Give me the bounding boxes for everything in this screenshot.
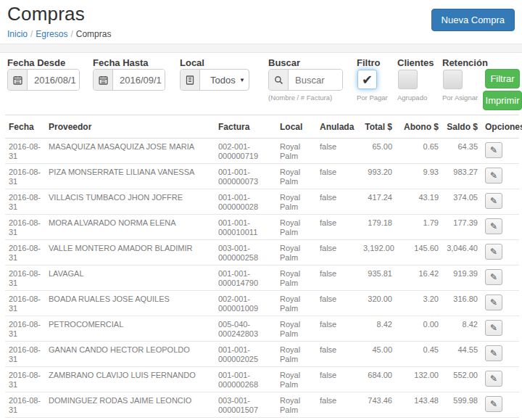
edit-button[interactable]: ✎ bbox=[485, 218, 502, 234]
cell-opciones: ✎ bbox=[481, 291, 519, 316]
cell-anulada: false bbox=[316, 316, 360, 342]
cell-anulada: false bbox=[316, 265, 360, 291]
filtrar-button[interactable]: Filtrar bbox=[485, 69, 520, 88]
cell-proveedor: VALLE MONTERO AMADOR BLADIMIR bbox=[45, 240, 215, 265]
pencil-icon: ✎ bbox=[490, 221, 497, 231]
cell-fecha: 2016-08-31 bbox=[5, 215, 45, 240]
cell-total: 45.00 bbox=[360, 342, 396, 367]
table-row: 2016-08-31 VALLE MONTERO AMADOR BLADIMIR… bbox=[5, 240, 519, 265]
cell-total: 8.42 bbox=[360, 316, 396, 342]
cell-local: Royal Palm bbox=[276, 265, 316, 291]
cell-saldo: 599.98 bbox=[442, 392, 481, 418]
edit-button[interactable]: ✎ bbox=[485, 193, 502, 209]
cell-abono: 0.45 bbox=[396, 342, 442, 367]
col-proveedor: Proveedor bbox=[45, 115, 215, 139]
cell-proveedor: MORA ALVARADO NORMA ELENA bbox=[45, 215, 215, 240]
cell-fecha: 2016-08-31 bbox=[5, 240, 45, 265]
cell-total: 935.81 bbox=[360, 265, 396, 291]
col-local: Local bbox=[276, 115, 316, 139]
col-anulada: Anulada bbox=[316, 115, 360, 139]
col-total: Total $ bbox=[360, 115, 396, 139]
cell-fecha: 2016-08-31 bbox=[5, 265, 45, 291]
agrupado-label: Agrupado bbox=[397, 94, 427, 102]
pencil-icon: ✎ bbox=[490, 272, 497, 282]
cell-total: 320.00 bbox=[360, 291, 396, 316]
pencil-icon: ✎ bbox=[490, 323, 497, 333]
cell-total: 179.18 bbox=[360, 215, 396, 240]
cell-total: 3,192.00 bbox=[360, 240, 396, 265]
cell-abono: 9.93 bbox=[396, 164, 442, 189]
edit-button[interactable]: ✎ bbox=[485, 269, 502, 285]
cell-total: 993.20 bbox=[360, 164, 396, 189]
cell-opciones: ✎ bbox=[481, 265, 519, 291]
cell-abono: 132.00 bbox=[396, 367, 442, 392]
imprimir-button[interactable]: Imprimir bbox=[483, 91, 522, 110]
cell-total: 417.24 bbox=[360, 189, 396, 215]
cell-local: Royal Palm bbox=[276, 164, 316, 189]
cell-anulada: false bbox=[316, 392, 360, 418]
edit-button[interactable]: ✎ bbox=[485, 244, 502, 260]
calendar-icon bbox=[94, 70, 113, 90]
cell-fecha: 2016-08-31 bbox=[5, 367, 45, 392]
pencil-icon: ✎ bbox=[490, 247, 497, 257]
local-label: Local bbox=[180, 57, 204, 68]
cell-local: Royal Palm bbox=[276, 342, 316, 367]
cell-fecha: 2016-08-31 bbox=[5, 291, 45, 316]
table-row: 2016-08-31 PIZA MONSERRATE LILIANA VANES… bbox=[5, 164, 519, 189]
table-row: 2016-08-31 ZAMBRANO CLAVIJO LUIS FERNAND… bbox=[5, 367, 519, 392]
cell-proveedor: MASAQUIZA MASAQUIZA JOSE MARIA bbox=[45, 139, 215, 164]
retencion-label: Retención bbox=[442, 57, 488, 68]
nueva-compra-button[interactable]: Nueva Compra bbox=[431, 9, 515, 31]
pencil-icon: ✎ bbox=[490, 399, 497, 409]
check-icon: ✔ bbox=[362, 72, 373, 88]
edit-button[interactable]: ✎ bbox=[485, 142, 502, 158]
cell-saldo: 177.39 bbox=[442, 215, 481, 240]
fecha-hasta-input[interactable] bbox=[113, 70, 165, 90]
cell-local: Royal Palm bbox=[276, 240, 316, 265]
cell-anulada: false bbox=[316, 240, 360, 265]
pencil-icon: ✎ bbox=[490, 297, 497, 308]
cell-anulada: false bbox=[316, 164, 360, 189]
cell-factura: 002-001-000001009 bbox=[215, 291, 276, 316]
local-input-group: Todos ▼ bbox=[180, 69, 249, 91]
filter-bar: Fecha Desde Fecha Hasta Local bbox=[0, 53, 522, 112]
cell-proveedor: PETROCOMERCIAL bbox=[45, 316, 215, 342]
agrupado-checkbox[interactable]: ✔ bbox=[398, 70, 418, 89]
por-asignar-checkbox[interactable]: ✔ bbox=[443, 70, 463, 89]
edit-button[interactable]: ✎ bbox=[485, 371, 502, 387]
cell-abono: 145.60 bbox=[396, 240, 442, 265]
search-input[interactable] bbox=[289, 70, 342, 90]
pencil-icon: ✎ bbox=[490, 196, 497, 206]
search-hint: (Nombre / # Factura) bbox=[268, 94, 332, 102]
fecha-desde-input[interactable] bbox=[28, 70, 79, 90]
por-asignar-label: Por Asignar bbox=[442, 94, 478, 102]
local-selected-value: Todos bbox=[200, 75, 236, 86]
breadcrumb-inicio[interactable]: Inicio bbox=[7, 29, 28, 39]
cell-saldo: 919.39 bbox=[442, 265, 481, 291]
local-select[interactable]: Todos ▼ bbox=[200, 70, 249, 90]
edit-button[interactable]: ✎ bbox=[485, 295, 502, 310]
cell-saldo: 64.35 bbox=[442, 139, 481, 164]
building-icon bbox=[181, 70, 200, 90]
cell-anulada: false bbox=[316, 139, 360, 164]
cell-abono: 16.42 bbox=[396, 265, 442, 291]
chevron-down-icon: ▼ bbox=[239, 77, 245, 83]
edit-button[interactable]: ✎ bbox=[485, 396, 502, 412]
search-icon bbox=[269, 70, 289, 90]
cell-local: Royal Palm bbox=[276, 316, 316, 342]
edit-button[interactable]: ✎ bbox=[485, 320, 502, 336]
edit-button[interactable]: ✎ bbox=[485, 168, 502, 184]
cell-abono: 43.19 bbox=[396, 189, 442, 215]
table-body: 2016-08-31 MASAQUIZA MASAQUIZA JOSE MARI… bbox=[5, 139, 519, 418]
table-row: 2016-08-31 PETROCOMERCIAL 005-040-000242… bbox=[5, 316, 519, 342]
breadcrumb-egresos[interactable]: Egresos bbox=[36, 29, 67, 39]
cell-factura: 001-001-000000073 bbox=[215, 164, 276, 189]
por-pagar-label: Por Pagar bbox=[357, 94, 388, 102]
cell-fecha: 2016-08-31 bbox=[5, 164, 45, 189]
por-pagar-checkbox[interactable]: ✔ bbox=[357, 70, 377, 89]
buscar-input-group bbox=[268, 69, 343, 91]
clientes-label: Clientes bbox=[397, 57, 434, 68]
table-row: 2016-08-31 MORA ALVARADO NORMA ELENA 001… bbox=[5, 215, 519, 240]
edit-button[interactable]: ✎ bbox=[485, 345, 502, 361]
cell-total: 743.46 bbox=[360, 392, 396, 418]
